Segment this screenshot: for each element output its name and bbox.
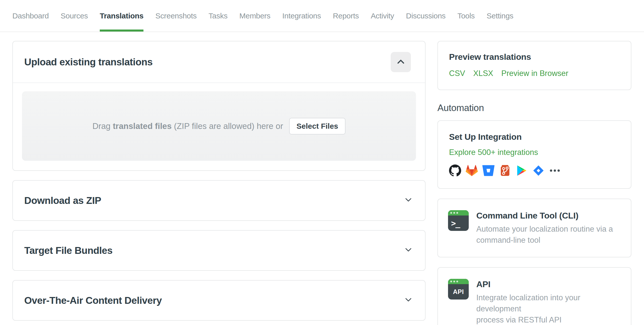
tab-discussions[interactable]: Discussions [406,0,446,32]
chevron-down-icon [405,248,412,253]
terminal-icon: >_ [448,210,469,231]
tab-sources[interactable]: Sources [61,0,88,32]
target-file-bundles-title: Target File Bundles [24,245,113,256]
ota-content-delivery-panel[interactable]: Over-The-Air Content Delivery [12,280,426,321]
tab-tools[interactable]: Tools [457,0,475,32]
collapse-panel-button[interactable] [391,52,411,72]
chevron-down-icon [405,198,412,203]
set-up-integration-card: Set Up Integration Explore 500+ integrat… [437,120,631,189]
upload-panel-title: Upload existing translations [24,57,153,68]
preview-in-browser-link[interactable]: Preview in Browser [501,69,568,78]
tab-members[interactable]: Members [239,0,270,32]
preview-translations-card: Preview translations CSV XLSX Preview in… [437,41,631,90]
chevron-down-icon [405,298,412,303]
api-card[interactable]: API API Integrate localization into your… [437,267,631,325]
upload-panel-header: Upload existing translations [13,41,425,83]
jira-icon[interactable] [532,165,544,177]
more-integrations-icon[interactable] [549,165,561,177]
api-icon: API [448,279,469,300]
integration-icons-row [449,165,620,177]
dropzone-text: Drag translated files (ZIP files are all… [92,121,283,131]
target-file-bundles-panel[interactable]: Target File Bundles [12,230,426,271]
upload-translations-panel: Upload existing translations Drag transl… [12,41,426,171]
download-as-zip-panel[interactable]: Download as ZIP [12,180,426,221]
tab-dashboard[interactable]: Dashboard [12,0,49,32]
api-card-title: API [476,279,621,289]
github-icon[interactable] [449,165,461,177]
automation-heading: Automation [437,103,631,113]
preview-translations-title: Preview translations [449,52,620,62]
file-dropzone[interactable]: Drag translated files (ZIP files are all… [22,91,416,161]
download-as-zip-title: Download as ZIP [24,195,101,206]
csv-link[interactable]: CSV [449,69,465,78]
top-navigation: Dashboard Sources Translations Screensho… [0,0,644,32]
google-play-icon[interactable] [516,165,528,177]
tab-integrations[interactable]: Integrations [282,0,321,32]
ota-content-delivery-title: Over-The-Air Content Delivery [24,295,162,306]
api-card-description: Integrate localization into your develop… [476,292,621,325]
set-up-integration-title: Set Up Integration [449,132,620,142]
tab-activity[interactable]: Activity [371,0,394,32]
gitlab-icon[interactable] [466,165,478,177]
explore-integrations-link[interactable]: Explore 500+ integrations [449,148,538,157]
bitbucket-icon[interactable] [482,165,494,177]
git-icon[interactable] [499,165,511,177]
cli-card-description: Automate your localization routine via a… [476,224,613,246]
cli-card-title: Command Line Tool (CLI) [476,211,613,221]
tab-reports[interactable]: Reports [333,0,359,32]
select-files-button[interactable]: Select Files [289,118,345,134]
tab-settings[interactable]: Settings [487,0,513,32]
tab-translations[interactable]: Translations [100,0,143,32]
tab-tasks[interactable]: Tasks [209,0,228,32]
xlsx-link[interactable]: XLSX [473,69,493,78]
tab-screenshots[interactable]: Screenshots [155,0,196,32]
cli-card[interactable]: >_ Command Line Tool (CLI) Automate your… [437,199,631,257]
preview-links: CSV XLSX Preview in Browser [449,69,620,78]
chevron-up-icon [397,59,405,65]
